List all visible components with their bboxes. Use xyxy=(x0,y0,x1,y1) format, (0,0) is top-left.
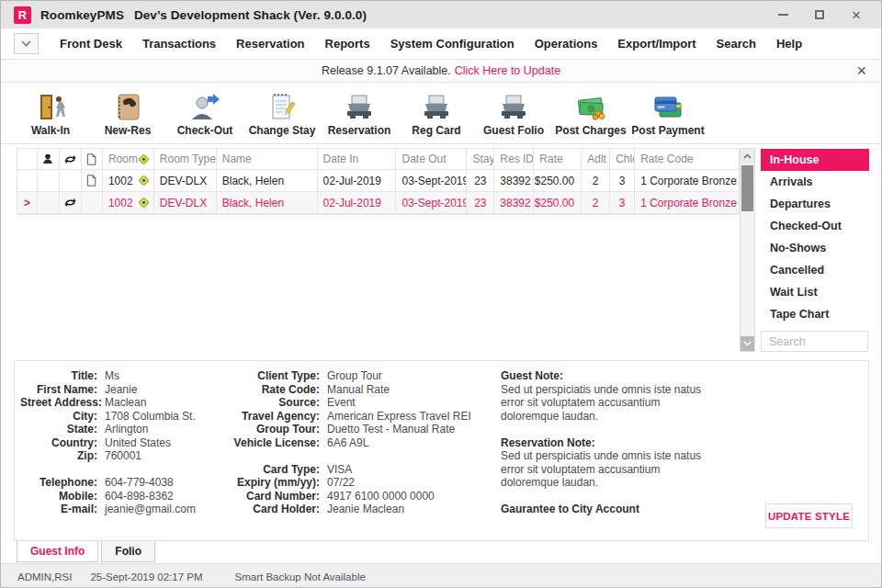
selector-column-header[interactable] xyxy=(17,149,38,169)
guarantee-text: Gaurantee to City Account xyxy=(501,503,730,516)
menu-export-import[interactable]: Export/Import xyxy=(607,37,706,51)
menu-reports[interactable]: Reports xyxy=(315,37,380,51)
sidebar-item-checked-out[interactable]: Checked-Out xyxy=(761,215,869,237)
field-label: E-mail: xyxy=(20,503,97,516)
stay-column-header[interactable]: Stay xyxy=(467,149,494,169)
sidebar-item-no-shows[interactable]: No-Shows xyxy=(761,237,869,259)
notification-close-icon[interactable]: × xyxy=(851,60,872,82)
stay-cell: 23 xyxy=(467,170,494,191)
date-out-cell: 03-Sept-2019 xyxy=(396,170,467,191)
scroll-up-button[interactable] xyxy=(741,149,754,164)
field-label: Card Number: xyxy=(228,490,320,503)
post-charges-button[interactable]: Post Charges xyxy=(552,92,629,137)
field-label: Source: xyxy=(228,396,320,410)
title-bar: R RoomkeyPMS Dev’s Development Shack (Ve… xyxy=(1,1,881,28)
minimize-icon xyxy=(778,14,788,16)
walk-in-button[interactable]: Walk-In xyxy=(12,92,89,137)
field-value: 6A6 A9L xyxy=(327,436,368,450)
field-value: jeanie@gmail.com xyxy=(105,503,196,516)
toolbar: Walk-In New-Res xyxy=(1,83,881,144)
tab-folio[interactable]: Folio xyxy=(101,541,155,562)
menu-reservation[interactable]: Reservation xyxy=(226,37,314,51)
menu-operations[interactable]: Operations xyxy=(525,37,608,51)
room-type-column-header[interactable]: Room Type xyxy=(154,149,217,169)
menu-dropdown-button[interactable] xyxy=(14,33,39,54)
name-column-header[interactable]: Name xyxy=(217,149,318,169)
field-value: 07/22 xyxy=(327,476,355,490)
date-out-column-header[interactable]: Date Out xyxy=(396,149,467,169)
reservation-note-text: Sed ut perspiciatis unde omnis iste natu… xyxy=(501,449,730,490)
table-row[interactable]: 1002 DEV-DLX Black, Helen 02-Jul-2019 03… xyxy=(17,170,739,192)
field-value: Maclean xyxy=(105,396,146,410)
update-style-button[interactable]: UPDATE STYLE xyxy=(765,503,853,528)
maximize-button[interactable] xyxy=(808,5,831,25)
chevron-down-icon xyxy=(743,341,752,346)
chld-cell: 3 xyxy=(610,170,635,191)
document-column-header[interactable] xyxy=(82,149,103,169)
change-stay-button[interactable]: Change Stay xyxy=(243,92,321,137)
sidebar-item-arrivals[interactable]: Arrivals xyxy=(761,171,869,193)
selector-cell xyxy=(17,170,38,191)
chevron-up-icon xyxy=(743,153,752,159)
table-scrollbar[interactable] xyxy=(740,148,755,352)
window-controls: × xyxy=(771,5,881,25)
sidebar-item-in-house[interactable]: In-House xyxy=(761,149,869,171)
update-message: Release 9.1.07 Available. xyxy=(322,64,451,77)
post-payment-button[interactable]: Post Payment xyxy=(629,92,707,137)
sidebar-item-cancelled[interactable]: Cancelled xyxy=(761,259,869,281)
sidebar-item-departures[interactable]: Departures xyxy=(761,193,869,215)
field-value: Jeanie xyxy=(105,383,137,397)
field-label: City: xyxy=(20,410,97,424)
field-value: 604-898-8362 xyxy=(105,490,174,503)
reg-card-button[interactable]: Reg Card xyxy=(398,92,475,137)
notepad-pencil-icon xyxy=(267,92,297,121)
table-row-selected[interactable]: > 1002 DEV-DLX Black, Helen 02 xyxy=(17,192,739,214)
change-stay-label: Change Stay xyxy=(249,124,316,137)
field-label: State: xyxy=(20,423,97,436)
search-input[interactable] xyxy=(761,331,868,352)
selector-cell: > xyxy=(17,192,38,213)
credit-cards-icon xyxy=(651,92,684,121)
room-cell: 1002 xyxy=(103,192,154,213)
booking-info-column: Client Type:Group Tour Rate Code:Manual … xyxy=(228,369,471,516)
sync-cell xyxy=(60,192,82,213)
tab-guest-info[interactable]: Guest Info xyxy=(17,541,98,562)
guest-column-header[interactable] xyxy=(38,149,60,169)
menu-help[interactable]: Help xyxy=(766,37,812,51)
guest-folio-button[interactable]: Guest Folio xyxy=(475,92,552,137)
field-value: Duetto Test - Manual Rate xyxy=(327,423,455,436)
field-value: 4917 6100 0000 0000 xyxy=(327,490,435,503)
menu-front-desk[interactable]: Front Desk xyxy=(50,37,132,51)
room-column-header[interactable]: Room xyxy=(103,149,154,169)
menu-transactions[interactable]: Transactions xyxy=(132,37,226,51)
scrollbar-thumb[interactable] xyxy=(741,165,753,211)
chld-column-header[interactable]: Chld xyxy=(610,149,635,169)
room-type-cell: DEV-DLX xyxy=(154,192,217,213)
check-out-button[interactable]: Check-Out xyxy=(166,92,243,137)
new-res-button[interactable]: New-Res xyxy=(89,92,166,137)
guest-note-text: Sed ut perspiciatis unde omnis iste natu… xyxy=(501,383,730,424)
sidebar-item-tape-chart[interactable]: Tape Chart xyxy=(761,303,869,325)
rate-column-header[interactable]: Rate xyxy=(534,149,582,169)
menu-system-configuration[interactable]: System Configuration xyxy=(380,37,525,51)
reservation-print-button[interactable]: Reservation xyxy=(321,92,398,137)
scroll-down-button[interactable] xyxy=(741,336,754,351)
rate-code-column-header[interactable]: Rate Code xyxy=(635,149,739,169)
minimize-button[interactable] xyxy=(771,5,795,25)
sidebar-item-wait-list[interactable]: Wait List xyxy=(761,281,869,303)
sync-column-header[interactable] xyxy=(60,149,82,169)
menu-search[interactable]: Search xyxy=(707,37,766,51)
close-button[interactable]: × xyxy=(844,5,868,25)
res-id-column-header[interactable]: Res ID xyxy=(494,149,534,169)
roomkey-logo-icon: R xyxy=(14,6,31,24)
check-out-label: Check-Out xyxy=(177,124,233,137)
date-in-column-header[interactable]: Date In xyxy=(318,149,397,169)
guest-folio-label: Guest Folio xyxy=(483,124,544,137)
adlt-column-header[interactable]: Adlt xyxy=(582,149,610,169)
diamond-icon xyxy=(138,197,150,209)
update-notification-bar: Release 9.1.07 Available. Click Here to … xyxy=(1,59,881,83)
field-label: Telephone: xyxy=(20,476,97,490)
update-link[interactable]: Click Here to Update xyxy=(455,64,560,77)
field-value: 760001 xyxy=(105,449,141,463)
name-cell: Black, Helen xyxy=(217,192,318,213)
